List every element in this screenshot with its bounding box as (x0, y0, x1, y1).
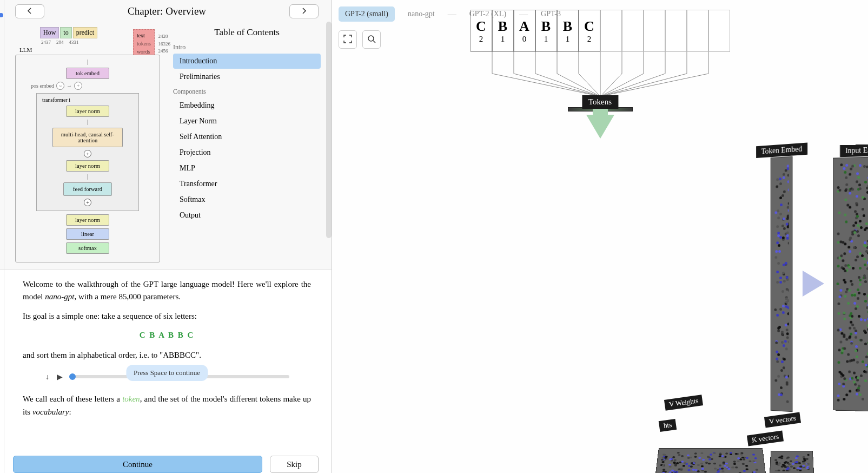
viz-stage[interactable]: C2B1A0B1B1C2 Tokens Token Embed (332, 0, 868, 473)
residual-add-2: + (84, 199, 91, 206)
token-embed-label: Token Embed (756, 143, 807, 159)
pos-embed-row: pos embed ~ → + (31, 82, 155, 90)
layernorm-1: layer norm (66, 106, 109, 117)
input-cell-empty (687, 10, 708, 52)
narrative-text: Welcome to the walkthrough of the GPT la… (0, 270, 332, 450)
cell-id: 1 (501, 35, 505, 44)
progress-thumb[interactable] (69, 373, 76, 380)
token-to: to (60, 27, 71, 38)
k-vectors-label: K vectors (747, 430, 784, 446)
toc-item-selfattention[interactable]: Self Attention (173, 129, 321, 144)
tab-separator: — (448, 9, 456, 19)
toc-item-softmax[interactable]: Softmax (173, 192, 321, 207)
toc-title: Table of Contents (173, 27, 321, 38)
hts-label: hts (659, 419, 677, 432)
next-chapter-button[interactable] (289, 4, 319, 18)
model-tabs: GPT-2 (small) nano-gpt — GPT-2 (XL) — GP… (339, 6, 567, 22)
vocabulary-term: vocabulary (32, 408, 69, 416)
arrow-down-icon: ↓ (45, 372, 49, 381)
residual-add-1: + (84, 150, 91, 157)
play-button[interactable]: ▶ (56, 371, 64, 382)
toc-group-intro: Intro (173, 43, 321, 51)
table-of-contents: Table of Contents Intro Introduction Pre… (167, 27, 321, 262)
cell-id: 2 (587, 35, 592, 44)
toc-item-layernorm[interactable]: Layer Norm (173, 114, 321, 129)
input-embed-block: Input Embed (833, 156, 868, 412)
chevron-left-icon (26, 7, 33, 16)
panel-scrollbar[interactable] (326, 22, 332, 238)
model-tab-gpt2-small[interactable]: GPT-2 (small) (339, 6, 395, 22)
search-button[interactable] (362, 30, 381, 49)
v-weights-label: V Weights (664, 395, 704, 411)
token-how: How (40, 27, 59, 38)
chevron-right-icon (301, 7, 307, 16)
tok-embed-block: tok embed (66, 68, 109, 79)
llm-label: LLM (18, 47, 34, 53)
tokens-label: Tokens (582, 95, 618, 109)
narrative-p2: Its goal is a simple one: take a sequenc… (23, 310, 311, 323)
toc-item-projection[interactable]: Projection (173, 145, 321, 160)
transformer-block: transformer i layer norm multi-head, cau… (36, 93, 139, 211)
token-embed-block: Token Embed (771, 156, 793, 412)
llm-frame: LLM tok embed pos embed ~ → + transforme… (15, 55, 160, 262)
token-predict: predict (73, 27, 97, 38)
fullscreen-button[interactable] (339, 30, 357, 49)
arrow-right-icon (803, 271, 824, 297)
wave-icon: ~ (56, 82, 64, 90)
visualization-panel[interactable]: GPT-2 (small) nano-gpt — GPT-2 (XL) — GP… (332, 0, 868, 473)
input-cell-empty (622, 10, 644, 52)
input-connector-lines (481, 52, 719, 101)
continue-hint: Press Space to continue (126, 365, 208, 381)
upper-content: How to predict 2437 284 4331 text tokens… (0, 23, 332, 270)
continue-button[interactable]: Continue (13, 456, 262, 473)
add-node-icon: + (74, 82, 82, 90)
playback-bar: ↓ ▶ Press Space to continue (23, 368, 311, 385)
model-tab-nanogpt[interactable]: nano-gpt (401, 6, 441, 22)
input-cell-empty (708, 10, 730, 52)
model-tab-gpt3[interactable]: GPT-3 (534, 6, 567, 22)
layernorm-2: layer norm (66, 160, 109, 172)
input-embed-label: Input Embed (840, 144, 868, 157)
toc-item-mlp[interactable]: MLP (173, 161, 321, 176)
toc-item-introduction[interactable]: Introduction (173, 54, 321, 69)
model-name: nano-gpt (45, 292, 74, 301)
toc-item-output[interactable]: Output (173, 208, 321, 223)
feedforward-block: feed forward (63, 182, 112, 196)
toc-item-embedding[interactable]: Embedding (173, 98, 321, 113)
view-controls (339, 30, 381, 49)
toc-item-preliminaries[interactable]: Preliminaries (173, 69, 321, 84)
left-panel: Chapter: Overview How to predict 2437 28… (0, 0, 332, 473)
cell-id: 1 (544, 35, 548, 44)
tab-separator: — (519, 9, 528, 19)
layernorm-final: layer norm (66, 214, 109, 226)
input-cell: C2 (579, 10, 600, 52)
bottom-weight-block (654, 448, 767, 473)
cell-id: 0 (522, 35, 527, 44)
token-term: token (122, 395, 140, 403)
toc-item-transformer[interactable]: Transformer (173, 176, 321, 192)
skip-button[interactable]: Skip (270, 456, 319, 473)
bottom-actions: Continue Skip (0, 450, 332, 473)
sequence-display: C B A B B C (23, 329, 311, 341)
narrative-p4: We call each of these letters a token, a… (23, 393, 311, 418)
svg-point-0 (368, 36, 374, 41)
cell-id: 1 (566, 35, 570, 44)
search-icon (367, 35, 376, 45)
scroll-down-button[interactable]: ↓ (44, 371, 50, 382)
v-vectors-label: V vectors (764, 412, 801, 428)
input-cell-empty (665, 10, 687, 52)
input-cell-empty (644, 10, 665, 52)
model-tab-gpt2-xl[interactable]: GPT-2 (XL) (463, 6, 513, 22)
softmax-block: softmax (66, 242, 109, 254)
transformer-label: transformer i (42, 97, 133, 103)
arrow-down-icon (586, 115, 614, 139)
toc-group-components: Components (173, 88, 321, 96)
play-icon: ▶ (57, 372, 63, 381)
cell-letter: C (584, 18, 594, 35)
llm-diagram: How to predict 2437 284 4331 text tokens… (15, 27, 167, 262)
bottom-vector-block (770, 451, 814, 473)
output-labels: text tokens words 2420 16326 2456 (133, 29, 155, 58)
linear-block: linear (66, 228, 109, 240)
narrative-p1: Welcome to the walkthrough of the GPT la… (23, 278, 311, 304)
prev-chapter-button[interactable] (15, 4, 44, 18)
